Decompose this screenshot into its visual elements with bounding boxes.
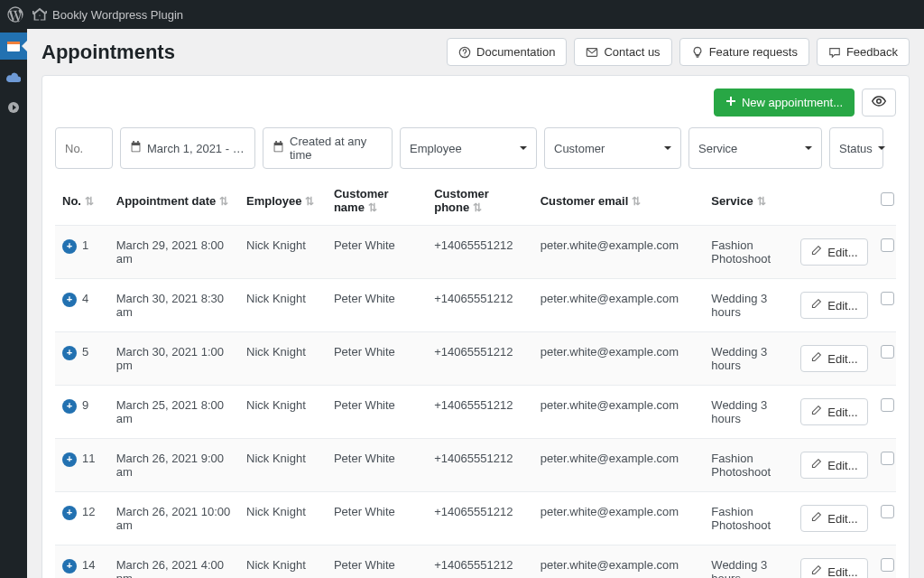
table-row: +5March 30, 2021 1:00 pmNick KnightPeter…: [55, 332, 896, 386]
column-header-employee[interactable]: Employee⇅: [239, 178, 327, 226]
cell-no: 11: [82, 452, 95, 465]
cell-no: 12: [82, 505, 95, 518]
cell-customer-email: peter.white@example.com: [533, 226, 705, 279]
column-header-customer-name[interactable]: Customer name⇅: [327, 178, 427, 226]
pencil-icon: [810, 351, 822, 366]
filter-employee-select[interactable]: Employee: [400, 127, 537, 169]
table-row: +1March 29, 2021 8:00 amNick KnightPeter…: [55, 226, 896, 279]
mail-icon: [586, 46, 598, 59]
column-header-appointment-date[interactable]: Appointment date⇅: [109, 178, 239, 226]
documentation-button[interactable]: Documentation: [447, 38, 567, 66]
table-row: +9March 25, 2021 8:00 amNick KnightPeter…: [55, 386, 896, 439]
cell-employee: Nick Knight: [239, 492, 327, 545]
edit-button[interactable]: Edit...: [800, 238, 867, 266]
cell-employee: Nick Knight: [239, 439, 327, 492]
new-appointment-button[interactable]: New appointment...: [714, 89, 855, 117]
cell-service: Fashion Photoshoot: [704, 492, 793, 545]
pencil-icon: [810, 405, 822, 419]
edit-button[interactable]: Edit...: [800, 452, 867, 479]
svg-rect-1: [7, 42, 20, 44]
column-header-customer-email[interactable]: Customer email⇅: [533, 178, 705, 226]
expand-row-button[interactable]: +: [62, 452, 77, 467]
filter-customer-select[interactable]: Customer: [544, 127, 681, 169]
cell-date: March 30, 2021 1:00 pm: [109, 332, 239, 386]
expand-row-button[interactable]: +: [62, 239, 77, 254]
row-checkbox[interactable]: [881, 238, 894, 252]
contact-us-button[interactable]: Contact us: [574, 38, 671, 66]
row-checkbox[interactable]: [881, 558, 894, 572]
sidebar-item-generic[interactable]: [0, 94, 27, 121]
cell-customer-email: peter.white@example.com: [533, 279, 705, 332]
filter-status-select[interactable]: Status: [829, 127, 883, 169]
cell-customer-email: peter.white@example.com: [533, 386, 705, 439]
edit-button[interactable]: Edit...: [800, 558, 867, 578]
edit-button[interactable]: Edit...: [800, 398, 867, 425]
filter-date-range[interactable]: March 1, 2021 - Mar...: [120, 127, 255, 169]
cell-no: 4: [82, 292, 88, 305]
filter-no-input[interactable]: [55, 127, 113, 169]
column-header-customer-phone[interactable]: Customer phone⇅: [427, 178, 532, 226]
cell-no: 14: [82, 558, 95, 572]
filter-created-at[interactable]: Created at any time: [263, 127, 393, 169]
edit-button[interactable]: Edit...: [800, 292, 867, 319]
cell-customer-email: peter.white@example.com: [533, 545, 705, 579]
chevron-down-icon: [805, 146, 812, 154]
row-checkbox[interactable]: [881, 345, 894, 359]
edit-button[interactable]: Edit...: [800, 505, 867, 532]
lightbulb-icon: [691, 46, 704, 59]
sidebar-item-cloud[interactable]: [0, 63, 27, 90]
column-header-no[interactable]: No.⇅: [55, 178, 109, 226]
cell-customer-phone: +14065551212: [427, 492, 532, 545]
row-checkbox[interactable]: [881, 292, 894, 305]
expand-row-button[interactable]: +: [62, 346, 77, 360]
cell-customer-phone: +14065551212: [427, 279, 532, 332]
row-checkbox[interactable]: [881, 398, 894, 412]
sidebar-item-bookly[interactable]: [0, 33, 27, 60]
cell-service: Wedding 3 hours: [704, 332, 793, 386]
cell-customer-name: Peter White: [327, 545, 427, 579]
wordpress-logo-icon[interactable]: [7, 6, 23, 23]
cell-service: Wedding 3 hours: [704, 279, 793, 332]
calendar-icon: [130, 141, 142, 155]
cell-customer-name: Peter White: [327, 279, 427, 332]
cell-customer-email: peter.white@example.com: [533, 332, 705, 386]
sort-icon: ⇅: [757, 195, 766, 208]
wp-admin-sidebar: [0, 29, 27, 578]
select-all-checkbox[interactable]: [881, 192, 894, 206]
cell-no: 1: [82, 238, 88, 252]
table-row: +12March 26, 2021 10:00 amNick KnightPet…: [55, 492, 896, 545]
help-icon: [458, 46, 471, 59]
columns-visibility-button[interactable]: [862, 89, 896, 117]
expand-row-button[interactable]: +: [62, 399, 77, 414]
column-header-service[interactable]: Service⇅: [704, 178, 793, 226]
row-checkbox[interactable]: [881, 505, 894, 518]
filter-service-select[interactable]: Service: [688, 127, 822, 169]
expand-row-button[interactable]: +: [62, 559, 77, 573]
cell-service: Fashion Photoshoot: [704, 439, 793, 492]
home-icon[interactable]: [32, 7, 47, 22]
edit-button[interactable]: Edit...: [800, 345, 867, 372]
appointments-card: New appointment... March 1, 2021 - Mar..…: [42, 75, 910, 578]
pencil-icon: [810, 511, 822, 526]
cell-date: March 26, 2021 9:00 am: [109, 439, 239, 492]
sort-icon: ⇅: [632, 195, 641, 208]
plus-icon: [725, 96, 736, 109]
pencil-icon: [810, 298, 822, 312]
filters-row: March 1, 2021 - Mar... Created at any ti…: [55, 127, 896, 169]
wp-admin-toolbar: Bookly Wordpress Plugin: [0, 0, 924, 29]
table-row: +4March 30, 2021 8:30 amNick KnightPeter…: [55, 279, 896, 332]
row-checkbox[interactable]: [881, 452, 894, 465]
expand-row-button[interactable]: +: [62, 293, 77, 307]
site-title[interactable]: Bookly Wordpress Plugin: [52, 8, 183, 22]
cell-employee: Nick Knight: [239, 545, 327, 579]
cell-date: March 29, 2021 8:00 am: [109, 226, 239, 279]
feedback-button[interactable]: Feedback: [817, 38, 910, 66]
cell-employee: Nick Knight: [239, 332, 327, 386]
expand-row-button[interactable]: +: [62, 506, 77, 520]
sort-icon: ⇅: [219, 195, 228, 208]
cell-customer-email: peter.white@example.com: [533, 492, 705, 545]
feature-requests-button[interactable]: Feature requests: [679, 38, 809, 66]
cell-date: March 26, 2021 4:00 pm: [109, 545, 239, 579]
chevron-down-icon: [520, 146, 527, 154]
cell-employee: Nick Knight: [239, 226, 327, 279]
